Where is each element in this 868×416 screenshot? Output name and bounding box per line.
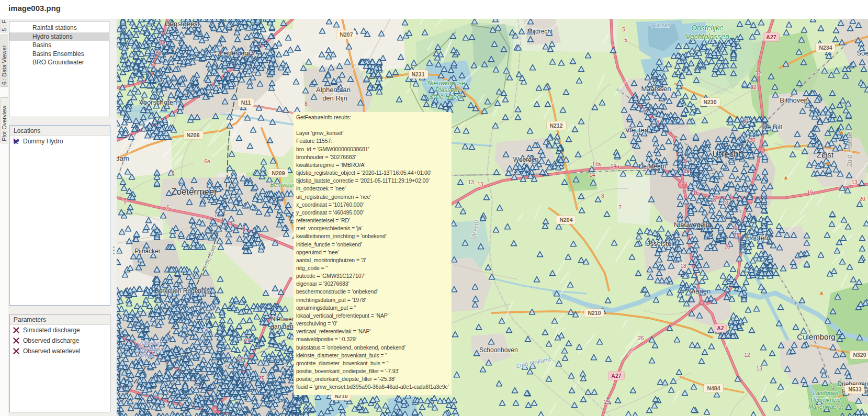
svg-text:29: 29 <box>731 226 738 231</box>
svg-text:Zeist: Zeist <box>817 150 834 159</box>
svg-text:13: 13 <box>851 179 858 185</box>
svg-text:den Rijn: den Rijn <box>322 94 347 102</box>
svg-text:14a: 14a <box>592 162 601 167</box>
svg-text:8: 8 <box>242 226 245 232</box>
svg-text:8b: 8b <box>155 50 162 56</box>
svg-text:9: 9 <box>151 62 154 68</box>
svg-text:6: 6 <box>643 108 646 114</box>
svg-text:Voorschoten: Voorschoten <box>139 98 177 106</box>
svg-text:12: 12 <box>744 352 750 358</box>
svg-text:13: 13 <box>468 179 474 185</box>
svg-text:7: 7 <box>618 205 622 210</box>
svg-text:5: 5 <box>622 27 625 32</box>
svg-text:Houten: Houten <box>746 234 768 242</box>
svg-text:6: 6 <box>166 205 170 210</box>
svg-text:25: 25 <box>258 376 265 381</box>
svg-text:Airport: Airport <box>138 353 155 358</box>
svg-text:N11: N11 <box>241 99 251 106</box>
svg-text:14a: 14a <box>611 163 619 169</box>
svg-text:N207: N207 <box>340 31 353 38</box>
svg-text:18: 18 <box>710 197 716 203</box>
svg-text:Bilthoven: Bilthoven <box>780 96 807 104</box>
svg-text:De Bilt: De Bilt <box>762 123 783 131</box>
svg-text:A27: A27 <box>611 373 621 379</box>
svg-text:6a: 6a <box>204 159 210 164</box>
svg-text:Oegstgeest: Oegstgeest <box>165 20 200 28</box>
svg-text:27: 27 <box>244 338 250 344</box>
svg-text:Schoonhoven: Schoonhoven <box>479 346 517 354</box>
svg-text:N210: N210 <box>588 310 601 316</box>
svg-text:Plassen: Plassen <box>651 23 670 28</box>
svg-text:Oostelijke: Oostelijke <box>691 24 724 32</box>
svg-text:5: 5 <box>123 199 127 205</box>
svg-text:16: 16 <box>693 190 699 196</box>
svg-text:Mariënwaerdt: Mariënwaerdt <box>808 403 844 410</box>
svg-text:6: 6 <box>601 193 604 199</box>
svg-text:18: 18 <box>722 200 728 206</box>
svg-text:Heerlijkheid: Heerlijkheid <box>810 397 841 403</box>
svg-text:Leiderdorp: Leiderdorp <box>220 50 250 57</box>
svg-text:N231: N231 <box>411 71 424 77</box>
svg-text:A27: A27 <box>766 34 776 40</box>
svg-text:13: 13 <box>756 366 762 372</box>
svg-text:13: 13 <box>477 182 483 187</box>
svg-text:Alphen aan: Alphen aan <box>316 86 351 94</box>
svg-text:8: 8 <box>684 159 687 164</box>
svg-text:29: 29 <box>734 232 740 238</box>
svg-text:N204: N204 <box>559 217 572 223</box>
svg-text:7: 7 <box>657 119 660 125</box>
svg-text:Vleuten: Vleuten <box>625 126 648 134</box>
svg-text:Soest: Soest <box>856 49 868 57</box>
svg-text:A2: A2 <box>717 325 724 331</box>
svg-text:28: 28 <box>724 244 730 250</box>
svg-text:Vianen: Vianen <box>690 287 711 295</box>
svg-text:Utrecht: Utrecht <box>713 149 741 159</box>
svg-text:25: 25 <box>604 399 610 405</box>
svg-text:Berkel en Rodenrijs: Berkel en Rodenrijs <box>155 287 210 295</box>
svg-text:8: 8 <box>305 101 308 107</box>
svg-text:Nieuwkoopse: Nieuwkoopse <box>427 80 465 87</box>
svg-text:32: 32 <box>755 71 761 76</box>
svg-text:7: 7 <box>214 212 217 218</box>
svg-text:31: 31 <box>743 118 749 124</box>
svg-text:Zuid-Holland: Zuid-Holland <box>846 131 853 167</box>
svg-text:N206: N206 <box>186 132 199 138</box>
svg-text:30: 30 <box>749 137 756 143</box>
svg-text:Mijdrecht: Mijdrecht <box>527 28 553 35</box>
svg-text:De Meern: De Meern <box>639 163 667 170</box>
svg-text:Bentwoud: Bentwoud <box>270 182 297 188</box>
svg-text:Plassen: Plassen <box>435 86 458 94</box>
svg-text:8a: 8a <box>683 168 690 174</box>
svg-text:32: 32 <box>750 84 757 90</box>
svg-text:Rotterdam: Rotterdam <box>138 340 163 346</box>
svg-text:Culemborg: Culemborg <box>797 332 835 341</box>
svg-text:Vechtplassen: Vechtplassen <box>685 32 729 41</box>
svg-text:20: 20 <box>859 196 865 202</box>
svg-text:18: 18 <box>680 263 686 269</box>
svg-text:N533: N533 <box>848 386 861 392</box>
svg-text:19: 19 <box>807 190 813 196</box>
svg-text:Woerden: Woerden <box>513 156 538 163</box>
svg-text:Pijnacker: Pijnacker <box>134 248 160 255</box>
svg-text:IJsselstein: IJsselstein <box>645 240 677 248</box>
svg-text:Maarssen: Maarssen <box>641 85 671 93</box>
svg-text:Zoetermeer: Zoetermeer <box>171 187 217 197</box>
svg-text:14: 14 <box>589 172 595 178</box>
svg-text:N320: N320 <box>853 352 866 358</box>
svg-text:7: 7 <box>171 171 174 176</box>
svg-text:Nieuwegein: Nieuwegein <box>674 221 709 229</box>
svg-text:N209: N209 <box>272 170 285 176</box>
svg-text:N230: N230 <box>703 99 716 105</box>
svg-text:N212: N212 <box>549 122 562 129</box>
svg-text:The Hague: The Hague <box>139 346 165 352</box>
svg-text:26: 26 <box>238 356 244 362</box>
svg-text:dam: dam <box>117 154 129 162</box>
svg-text:8a: 8a <box>159 40 165 46</box>
svg-text:& De Haeck: & De Haeck <box>430 93 464 100</box>
svg-text:8: 8 <box>229 220 232 226</box>
svg-text:26: 26 <box>638 335 644 341</box>
svg-text:N234: N234 <box>819 44 832 51</box>
svg-text:5: 5 <box>624 37 627 43</box>
svg-text:Landgoed: Landgoed <box>813 390 839 396</box>
svg-text:N484: N484 <box>707 385 720 391</box>
